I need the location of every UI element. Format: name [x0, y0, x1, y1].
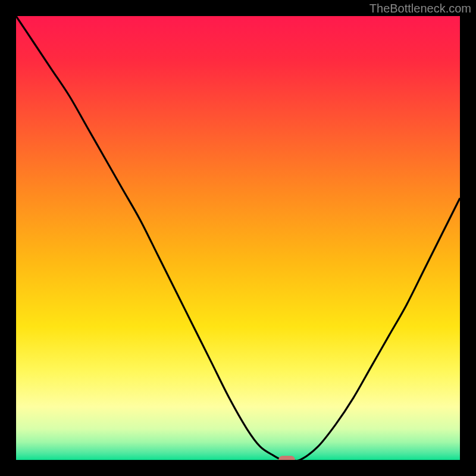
optimal-point-marker — [278, 456, 295, 460]
plot-area — [16, 16, 460, 460]
curve-line — [16, 16, 460, 460]
watermark-text: TheBottleneck.com — [369, 2, 471, 15]
bottleneck-chart: TheBottleneck.com — [0, 0, 476, 476]
